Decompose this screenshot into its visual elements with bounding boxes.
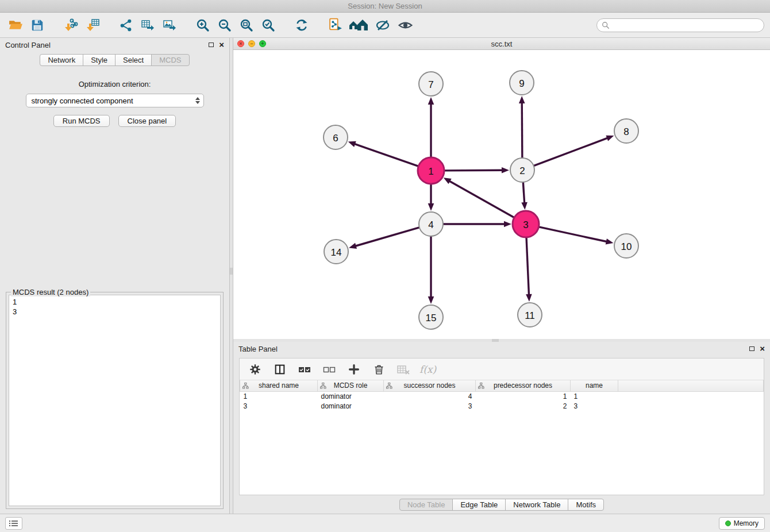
tab-mcds[interactable]: MCDS: [151, 54, 189, 66]
table-cell[interactable]: 3: [571, 401, 618, 411]
table-cell[interactable]: 2: [476, 401, 571, 411]
graph-edge[interactable]: [519, 96, 525, 158]
tab-select[interactable]: Select: [115, 54, 152, 66]
graph-node[interactable]: 14: [324, 240, 348, 264]
splitter-grip[interactable]: [492, 339, 499, 342]
graph-edge[interactable]: [444, 167, 509, 174]
tab-edge-table[interactable]: Edge Table: [452, 499, 506, 511]
table-settings-button[interactable]: [247, 361, 264, 378]
delete-table-button[interactable]: [395, 361, 412, 378]
columns-icon: [274, 363, 286, 376]
graph-edge[interactable]: [348, 141, 419, 167]
network-canvas[interactable]: 7968124314101511: [233, 50, 770, 339]
close-panel-icon[interactable]: ×: [219, 41, 224, 48]
import-table-icon: [85, 18, 100, 33]
import-table-button[interactable]: [83, 16, 102, 35]
export-image-button[interactable]: [160, 16, 179, 35]
zoom-in-button[interactable]: [193, 16, 213, 35]
table-cell[interactable]: 1: [476, 391, 571, 401]
export-image-icon: [162, 18, 177, 33]
delete-column-button[interactable]: [370, 361, 387, 378]
table-cell[interactable]: 3: [384, 401, 476, 411]
tab-network[interactable]: Network: [40, 54, 83, 66]
table-cell[interactable]: dominator: [318, 391, 384, 401]
table-cell[interactable]: dominator: [318, 401, 384, 411]
splitter-grip[interactable]: [230, 268, 233, 275]
mcds-result-list[interactable]: 13: [9, 295, 221, 506]
unselect-all-button[interactable]: [321, 361, 338, 378]
run-mcds-button[interactable]: Run MCDS: [53, 115, 110, 127]
optimization-criterion-select[interactable]: strongly connected component: [26, 94, 204, 107]
graph-edge[interactable]: [521, 182, 528, 210]
graph-edge[interactable]: [428, 184, 434, 211]
save-session-button[interactable]: [28, 16, 47, 35]
table-cell[interactable]: 4: [384, 391, 476, 401]
column-header-predecessor-nodes[interactable]: predecessor nodes: [476, 380, 571, 391]
graph-node[interactable]: 1: [418, 157, 444, 184]
zoom-out-button[interactable]: [215, 16, 234, 35]
table-row[interactable]: 1dominator411: [240, 391, 764, 401]
svg-text:10: 10: [621, 241, 632, 252]
table-cell[interactable]: 3: [240, 401, 318, 411]
column-header-mcds-role[interactable]: MCDS role: [318, 380, 384, 391]
graph-node[interactable]: 7: [419, 72, 443, 96]
table-cell[interactable]: 1: [240, 391, 318, 401]
graph-node[interactable]: 9: [510, 71, 534, 95]
graph-node[interactable]: 15: [419, 305, 443, 329]
table-cell[interactable]: 1: [571, 391, 618, 401]
graph-edge[interactable]: [349, 228, 419, 249]
memory-button[interactable]: Memory: [719, 517, 765, 530]
open-session-button[interactable]: [6, 16, 25, 35]
graph-node[interactable]: 6: [324, 125, 348, 149]
zoom-selected-button[interactable]: [259, 16, 278, 35]
show-columns-button[interactable]: [271, 361, 288, 378]
zoom-fit-button[interactable]: [237, 16, 256, 35]
table-row[interactable]: 3dominator323: [240, 401, 764, 411]
close-panel-button[interactable]: Close panel: [118, 115, 176, 127]
network-graph[interactable]: 7968124314101511: [233, 50, 770, 339]
graph-edge[interactable]: [526, 237, 532, 302]
create-column-button[interactable]: [345, 361, 363, 378]
search-input[interactable]: [613, 21, 759, 29]
export-table-button[interactable]: [138, 16, 157, 35]
vertical-splitter[interactable]: [230, 38, 233, 514]
graph-node[interactable]: 11: [518, 303, 542, 327]
select-all-icon: [298, 364, 311, 375]
column-header-successor-nodes[interactable]: successor nodes: [384, 380, 476, 391]
tab-network-table[interactable]: Network Table: [505, 499, 568, 511]
network-share-button[interactable]: [116, 16, 136, 35]
function-builder-button[interactable]: f(x): [419, 361, 436, 378]
graph-node[interactable]: 10: [614, 234, 638, 258]
horizontal-splitter[interactable]: [233, 339, 770, 342]
column-header-name[interactable]: name: [571, 380, 618, 391]
close-panel-icon[interactable]: ×: [760, 345, 765, 352]
graph-node[interactable]: 2: [510, 158, 534, 182]
graph-edge[interactable]: [443, 221, 511, 228]
mcds-result-item[interactable]: 1: [13, 297, 217, 307]
tab-motifs[interactable]: Motifs: [568, 499, 604, 511]
graph-node[interactable]: 4: [419, 212, 443, 236]
float-panel-icon[interactable]: [209, 43, 214, 47]
float-panel-icon[interactable]: [749, 346, 754, 351]
delete-table-icon: [396, 364, 410, 375]
mcds-result-item[interactable]: 3: [13, 307, 217, 317]
import-network-button[interactable]: [61, 16, 80, 35]
select-all-button[interactable]: [296, 361, 313, 378]
graph-node[interactable]: 3: [513, 211, 539, 237]
tab-node-table[interactable]: Node Table: [399, 499, 453, 511]
refresh-button[interactable]: [292, 16, 311, 35]
graph-edge[interactable]: [428, 97, 434, 157]
graph-edge[interactable]: [534, 136, 614, 166]
eye-button[interactable]: [395, 16, 415, 35]
home-button[interactable]: [347, 16, 371, 35]
copy-network-view-button[interactable]: [325, 16, 345, 35]
graph-edge[interactable]: [538, 227, 613, 245]
tab-style[interactable]: Style: [83, 54, 116, 66]
graph-node[interactable]: 8: [614, 119, 638, 143]
style-paint-button[interactable]: [374, 16, 393, 35]
graph-edge[interactable]: [444, 178, 514, 217]
graph-edge[interactable]: [428, 236, 434, 304]
column-header-shared-name[interactable]: shared name: [240, 380, 318, 391]
control-panel: Control Panel × Network Style Select MCD…: [0, 38, 230, 514]
task-history-button[interactable]: [5, 517, 22, 530]
